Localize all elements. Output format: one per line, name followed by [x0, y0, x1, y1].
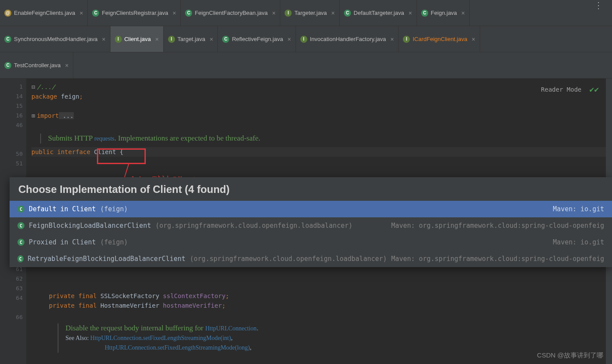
tab-client[interactable]: IClient.java× — [110, 26, 164, 52]
tab-invocationhandlerfactory[interactable]: IInvocationHandlerFactory.java× — [296, 26, 399, 52]
close-icon[interactable]: × — [172, 10, 176, 17]
javadoc-block: Disable the request body internal buffer… — [58, 323, 612, 353]
close-icon[interactable]: × — [461, 10, 465, 17]
tab-overflow-menu[interactable]: ⋮ — [585, 0, 612, 26]
reader-mode-toggle[interactable]: Reader Mode — [541, 85, 581, 94]
tab-bar-1: @EnableFeignClients.java× CFeignClientsR… — [0, 0, 612, 26]
class-icon: C — [17, 222, 24, 229]
tab-synchronousmethodhandler[interactable]: CSynchronousMethodHandler.java× — [0, 26, 110, 52]
popup-item[interactable]: C Default in Client (feign) Maven: io.gi… — [10, 201, 612, 217]
annotation-icon: @ — [4, 10, 11, 17]
close-icon[interactable]: × — [102, 36, 106, 43]
implementation-popup: Choose Implementation of Client (4 found… — [10, 177, 612, 267]
class-icon: C — [421, 10, 428, 17]
class-icon: C — [185, 10, 192, 17]
tab-bar-2: CSynchronousMethodHandler.java× IClient.… — [0, 26, 612, 52]
close-icon[interactable]: × — [65, 62, 69, 69]
tab-enablefeignclients[interactable]: @EnableFeignClients.java× — [0, 0, 88, 26]
class-icon: C — [92, 10, 99, 17]
close-icon[interactable]: × — [287, 36, 291, 43]
close-icon[interactable]: × — [79, 10, 83, 17]
tab-testcontroller[interactable]: CTestController.java× — [0, 52, 73, 78]
interface-name: Client — [94, 148, 116, 155]
close-icon[interactable]: × — [272, 10, 275, 17]
popup-item[interactable]: C Proxied in Client (feign) Maven: io.gi… — [10, 234, 612, 251]
tab-feign[interactable]: CFeign.java× — [417, 0, 470, 26]
popup-item[interactable]: C FeignBlockingLoadBalancerClient (org.s… — [10, 217, 612, 234]
close-icon[interactable]: × — [390, 36, 394, 43]
popup-item[interactable]: C RetryableFeignBlockingLoadBalancerClie… — [10, 251, 612, 267]
tab-defaulttargeter[interactable]: CDefaultTargeter.java× — [340, 0, 417, 26]
tab-reflectivefeign[interactable]: CReflectiveFeign.java× — [218, 26, 296, 52]
tab-bar-3: CTestController.java× — [0, 52, 612, 79]
class-icon: C — [17, 239, 24, 246]
class-icon: C — [17, 206, 24, 213]
class-icon: C — [17, 255, 24, 262]
class-icon: C — [222, 36, 229, 43]
interface-icon: I — [300, 36, 307, 43]
code-comment: /.../ — [37, 83, 55, 90]
interface-icon: I — [168, 36, 175, 43]
tab-icardfeignclient[interactable]: IICardFeignClient.java× — [399, 26, 480, 52]
javadoc-block: Submits HTTP requests. Implementations a… — [40, 134, 612, 144]
close-icon[interactable]: × — [155, 36, 158, 43]
interface-icon: I — [285, 10, 292, 17]
close-icon[interactable]: × — [331, 10, 335, 17]
class-icon: C — [4, 62, 11, 69]
tab-feignclientsregistrar[interactable]: CFeignClientsRegistrar.java× — [88, 0, 181, 26]
close-icon[interactable]: × — [409, 10, 412, 17]
interface-icon: I — [403, 36, 410, 43]
close-icon[interactable]: × — [210, 36, 213, 43]
popup-list: C Default in Client (feign) Maven: io.gi… — [10, 201, 612, 267]
fold-icon[interactable]: ⊟ — [31, 83, 35, 90]
interface-icon: I — [115, 36, 122, 43]
class-icon: C — [344, 10, 351, 17]
fold-icon[interactable]: ⊞ — [31, 112, 35, 119]
tab-feignclientfactorybean[interactable]: CFeignClientFactoryBean.java× — [181, 0, 280, 26]
popup-title: Choose Implementation of Client (4 found… — [10, 177, 612, 201]
tab-target[interactable]: ITarget.java× — [164, 26, 218, 52]
class-icon: C — [4, 36, 11, 43]
watermark: CSDN @故事讲到了哪 — [537, 351, 603, 360]
close-icon[interactable]: × — [471, 36, 475, 43]
tab-targeter[interactable]: ITargeter.java× — [280, 0, 340, 26]
inspection-ok-icon[interactable]: ✔✔ — [589, 85, 599, 94]
